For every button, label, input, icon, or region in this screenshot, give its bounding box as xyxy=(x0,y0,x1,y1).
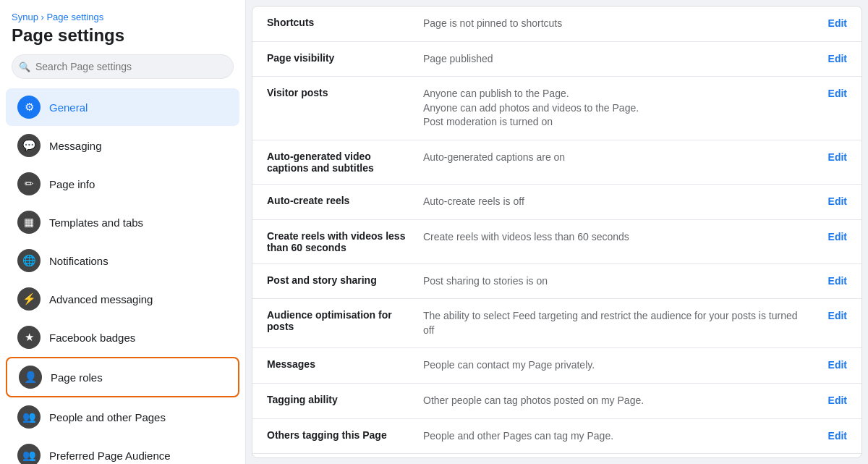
nav-list: ⚙General💬Messaging✏Page info▦Templates a… xyxy=(0,88,245,464)
gear-icon: ⚙ xyxy=(17,96,41,119)
edit-link[interactable]: Edit xyxy=(828,195,847,207)
settings-row: ShortcutsPage is not pinned to shortcuts… xyxy=(252,7,861,42)
settings-label: Auto-create reels xyxy=(267,195,412,206)
chat-icon: 💬 xyxy=(17,134,41,157)
people-icon: 👥 xyxy=(17,405,41,429)
settings-row: Auto-generated video captions and subtit… xyxy=(252,140,861,185)
edit-link[interactable]: Edit xyxy=(828,395,847,406)
settings-label: Visitor posts xyxy=(267,87,412,98)
settings-row: Country restrictionsPage is visible to e… xyxy=(252,454,861,458)
settings-label: Audience optimisation for posts xyxy=(267,309,412,332)
edit-link[interactable]: Edit xyxy=(828,17,847,29)
settings-label: Shortcuts xyxy=(267,17,412,28)
edit-link[interactable]: Edit xyxy=(828,53,847,64)
settings-label: Post and story sharing xyxy=(267,274,412,286)
edit-link[interactable]: Edit xyxy=(828,430,847,442)
settings-edit-button[interactable]: Edit xyxy=(818,230,847,243)
settings-label: Page visibility xyxy=(267,52,412,64)
settings-edit-button[interactable]: Edit xyxy=(818,429,847,442)
person-icon: 👤 xyxy=(19,366,42,389)
search-icon: 🔍 xyxy=(19,62,30,72)
edit-link[interactable]: Edit xyxy=(828,359,847,371)
messenger-icon: ⚡ xyxy=(17,287,41,311)
settings-value: Page published xyxy=(423,52,807,67)
settings-label: Create reels with videos less than 60 se… xyxy=(267,230,412,253)
sidebar-item-templates-tabs[interactable]: ▦Templates and tabs xyxy=(6,203,239,241)
settings-list: ShortcutsPage is not pinned to shortcuts… xyxy=(252,7,861,458)
settings-row: Create reels with videos less than 60 se… xyxy=(252,220,861,264)
edit-link[interactable]: Edit xyxy=(828,231,847,242)
breadcrumb-current: Page settings xyxy=(46,12,103,22)
settings-edit-button[interactable]: Edit xyxy=(818,17,847,30)
settings-value: Auto-generated captions are on xyxy=(423,151,807,165)
sidebar-item-label: Messaging xyxy=(49,140,102,152)
sidebar-item-messaging[interactable]: 💬Messaging xyxy=(6,127,239,164)
settings-value: People and other Pages can tag my Page. xyxy=(423,429,807,444)
edit-link[interactable]: Edit xyxy=(828,310,847,321)
edit-link[interactable]: Edit xyxy=(828,151,847,163)
edit-link[interactable]: Edit xyxy=(828,275,847,287)
sidebar-item-label: Page roles xyxy=(51,371,103,384)
settings-row: Page visibilityPage publishedEdit xyxy=(252,42,861,77)
settings-row: Visitor postsAnyone can publish to the P… xyxy=(252,77,861,140)
settings-label: Others tagging this Page xyxy=(267,429,412,441)
sidebar-item-label: Advanced messaging xyxy=(49,293,153,305)
settings-value: Create reels with videos less than 60 se… xyxy=(423,230,807,245)
pencil-icon: ✏ xyxy=(17,172,41,195)
settings-row: MessagesPeople can contact my Page priva… xyxy=(252,348,861,384)
sidebar-item-general[interactable]: ⚙General xyxy=(6,88,239,126)
breadcrumb-separator: › xyxy=(38,12,47,22)
settings-value: Page is not pinned to shortcuts xyxy=(423,17,807,31)
edit-link[interactable]: Edit xyxy=(828,88,847,99)
settings-row: Post and story sharingPost sharing to st… xyxy=(252,264,861,300)
settings-value: Other people can tag photos posted on my… xyxy=(423,394,807,408)
globe-icon: 🌐 xyxy=(17,249,41,272)
main-content: ShortcutsPage is not pinned to shortcuts… xyxy=(252,6,862,458)
settings-label: Tagging ability xyxy=(267,394,412,405)
settings-row: Tagging abilityOther people can tag phot… xyxy=(252,384,861,419)
settings-edit-button[interactable]: Edit xyxy=(818,87,847,100)
sidebar-item-preferred-audience[interactable]: 👥Preferred Page Audience xyxy=(6,436,239,464)
settings-label: Auto-generated video captions and subtit… xyxy=(267,151,412,174)
search-input[interactable] xyxy=(12,54,234,79)
search-box[interactable]: 🔍 xyxy=(12,54,234,79)
settings-edit-button[interactable]: Edit xyxy=(818,358,847,371)
settings-value: People can contact my Page privately. xyxy=(423,358,807,373)
star-icon: ★ xyxy=(17,326,41,349)
settings-edit-button[interactable]: Edit xyxy=(818,195,847,208)
sidebar-item-page-roles[interactable]: 👤Page roles xyxy=(6,357,239,397)
settings-row: Audience optimisation for postsThe abili… xyxy=(252,299,861,348)
sidebar-item-label: Preferred Page Audience xyxy=(49,450,171,462)
settings-value: Auto-create reels is off xyxy=(423,195,807,209)
settings-label: Messages xyxy=(267,358,412,370)
sidebar-item-advanced-messaging[interactable]: ⚡Advanced messaging xyxy=(6,280,239,318)
sidebar-item-label: Facebook badges xyxy=(49,332,135,344)
sidebar-item-label: People and other Pages xyxy=(49,411,166,423)
settings-edit-button[interactable]: Edit xyxy=(818,394,847,407)
sidebar-item-page-info[interactable]: ✏Page info xyxy=(6,165,239,203)
sidebar-item-label: Templates and tabs xyxy=(49,216,143,229)
sidebar-item-facebook-badges[interactable]: ★Facebook badges xyxy=(6,319,239,356)
page-title: Page settings xyxy=(0,25,245,54)
settings-edit-button[interactable]: Edit xyxy=(818,151,847,164)
sidebar-item-label: General xyxy=(49,101,88,114)
sidebar: Synup › Page settings Page settings 🔍 ⚙G… xyxy=(0,0,246,464)
sidebar-item-notifications[interactable]: 🌐Notifications xyxy=(6,242,239,279)
settings-edit-button[interactable]: Edit xyxy=(818,52,847,65)
breadcrumb-parent[interactable]: Synup xyxy=(12,12,38,22)
breadcrumb: Synup › Page settings xyxy=(0,12,245,25)
sidebar-item-label: Notifications xyxy=(49,255,109,267)
sidebar-item-label: Page info xyxy=(49,178,95,190)
settings-row: Others tagging this PagePeople and other… xyxy=(252,419,861,455)
settings-edit-button[interactable]: Edit xyxy=(818,309,847,322)
settings-value: The ability to select Feed targeting and… xyxy=(423,309,807,337)
settings-row: Auto-create reelsAuto-create reels is of… xyxy=(252,185,861,220)
people2-icon: 👥 xyxy=(17,444,41,464)
grid-icon: ▦ xyxy=(17,211,41,234)
settings-value: Post sharing to stories is on xyxy=(423,274,807,289)
sidebar-item-people-other-pages[interactable]: 👥People and other Pages xyxy=(6,398,239,436)
settings-edit-button[interactable]: Edit xyxy=(818,274,847,287)
settings-value: Anyone can publish to the Page.Anyone ca… xyxy=(423,87,807,130)
